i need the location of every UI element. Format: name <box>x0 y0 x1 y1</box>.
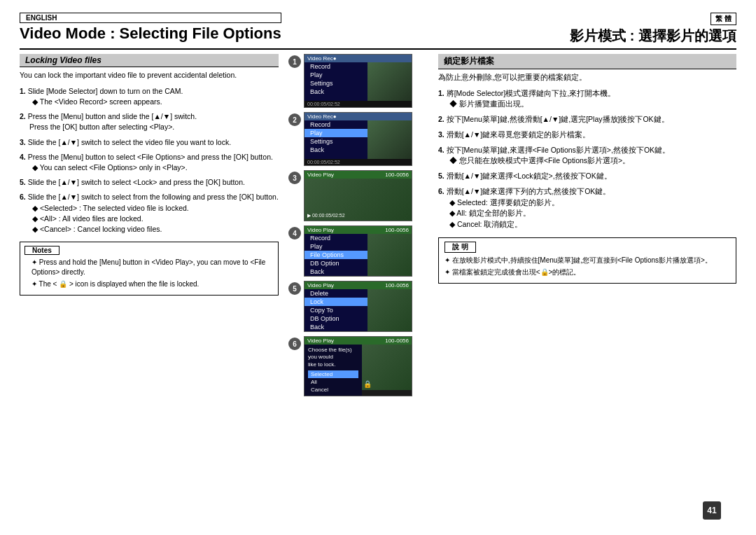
cn-step-text-2: 按下[Menu菜單]鍵,然後滑動[▲/▼]鍵,選完[Play播放]後按下OK鍵。 <box>447 115 669 123</box>
circle-2: 2 <box>288 113 301 126</box>
step-6-sub-1: ◆ <Selected> : The selected video file i… <box>32 203 279 214</box>
screen-6-area: Choose the file(s) you wouldlike to lock… <box>304 345 412 396</box>
screen-2-thumb <box>368 120 412 159</box>
circle-3: 3 <box>288 172 301 184</box>
screenshots-column: 1 Video Rec● Record Play Settings Back <box>288 54 428 522</box>
screen-1-thumb <box>368 62 412 101</box>
menu5-lock: Lock <box>304 298 368 306</box>
screen-4-title: Video Play 100-0056 <box>304 226 412 234</box>
cn-step-1: 1. 將[Mode Selector]模式選擇鍵向下拉,來打開本機。 ◆ 影片播… <box>438 88 736 111</box>
intro-text-cn: 為防止意外刪除,您可以把重要的檔案鎖定。 <box>438 72 736 83</box>
screen-3-title-text: Video Play <box>307 172 334 178</box>
screen-4-thumb <box>368 234 412 276</box>
screen-1-menu: Record Play Settings Back <box>304 62 368 101</box>
screen-1-time: 00:00:05/02:52 <box>307 102 340 106</box>
step-num-6: 6. <box>20 193 28 201</box>
menu2-record: Record <box>304 120 368 129</box>
menu5-dboption: DB Option <box>304 314 368 323</box>
steps-list-en: 1. Slide [Mode Selector] down to turn on… <box>20 86 279 235</box>
step-6: 6. Slide the [▲/▼] switch to select from… <box>20 192 279 235</box>
step-num-5: 5. <box>20 178 28 186</box>
step-text-1: Slide [Mode Selector] down to turn on th… <box>28 87 183 95</box>
cn-steps-list: 1. 將[Mode Selector]模式選擇鍵向下拉,來打開本機。 ◆ 影片播… <box>438 88 736 230</box>
step-3: 3. Slide the [▲/▼] switch to select the … <box>20 137 279 148</box>
main-content: Locking Video files You can lock the imp… <box>20 54 736 522</box>
step-num-2: 2. <box>20 112 28 120</box>
step-2-sub: Press the [OK] button after selecting <P… <box>29 122 279 132</box>
step-1: 1. Slide [Mode Selector] down to turn on… <box>20 86 279 107</box>
screen-2-title: Video Rec● <box>304 113 412 120</box>
menu6-cancel: Cancel <box>308 386 358 394</box>
screen-4-title-text: Video Play <box>307 227 334 233</box>
cn-step-text-3: 滑動[▲/▼]鍵來尋覓您要鎖定的影片檔案。 <box>447 130 591 139</box>
cn-step-6: 6. 滑動[▲/▼]鍵來選擇下列的方式,然後按下OK鍵。 ◆ Selected:… <box>438 186 736 230</box>
right-column: 鎖定影片檔案 為防止意外刪除,您可以把重要的檔案鎖定。 1. 將[Mode Se… <box>438 54 736 522</box>
lock-icon: 🔒 <box>363 380 372 388</box>
page-header: ENGLISH Video Mode : Selecting File Opti… <box>20 13 736 46</box>
screen-2-title-text: Video Rec● <box>307 113 337 120</box>
cn-step-num-6: 6. <box>438 187 447 195</box>
screen-2-time: 00:00:05/02:52 <box>307 160 340 165</box>
screen-5-title: Video Play 100-0056 <box>304 282 412 289</box>
circle-1: 1 <box>288 55 301 68</box>
menu4-record: Record <box>304 234 368 242</box>
screenshot-1: 1 Video Rec● Record Play Settings Back <box>288 54 428 108</box>
screen-5-file: 100-0056 <box>385 282 409 289</box>
menu6-all: All <box>308 378 358 386</box>
section-header-cn: 鎖定影片檔案 <box>438 54 736 69</box>
screenshot-5: 5 Video Play 100-0056 Delete Lock Copy T… <box>288 281 428 332</box>
step-5: 5. Slide the [▲/▼] switch to select <Loc… <box>20 177 279 188</box>
step-num-4: 4. <box>20 153 28 161</box>
step-text-2: Press the [Menu] button and slide the [▲… <box>28 112 197 120</box>
cn-step-text-1: 將[Mode Selector]模式選擇鍵向下拉,來打開本機。 <box>447 89 615 97</box>
chinese-badge: 繁 體 <box>710 13 736 25</box>
circle-4: 4 <box>288 227 301 239</box>
screen-5-title-text: Video Play <box>307 282 334 289</box>
screenshot-3: 3 Video Play 100-0056 ▶ 00:00:05/02:52 <box>288 170 428 221</box>
screen-1-bottom: 00:00:05/02:52 <box>304 101 412 107</box>
cn-step-4: 4. 按下[Menu菜單]鍵,來選擇<File Options影片選項>,然後按… <box>438 145 736 167</box>
screen-3-thumb: ▶ 00:00:05/02:52 <box>304 179 412 221</box>
section-header-en: Locking Video files <box>20 54 279 67</box>
cn-step-6-sub-3: ◆ Cancel: 取消鎖定。 <box>449 219 736 230</box>
notes-text-en: ✦ Press and hold the [Menu] button in <V… <box>26 258 272 289</box>
cn-step-num-1: 1. <box>438 89 447 97</box>
cn-step-6-sub-1: ◆ Selected: 選擇要鎖定的影片。 <box>449 197 736 209</box>
cn-step-1-sub: ◆ 影片播覽畫面出現。 <box>449 99 736 110</box>
menu6-selected: Selected <box>308 370 358 378</box>
cn-step-num-2: 2. <box>438 115 447 123</box>
screen-6-thumb: 🔒 <box>362 345 412 390</box>
menu4-play: Play <box>304 242 368 251</box>
title-divider <box>20 48 736 50</box>
menu5-delete: Delete <box>304 289 368 298</box>
cn-step-text-5: 滑動[▲/▼]鍵來選擇<Lock鎖定>,然後按下OK鍵。 <box>447 172 612 180</box>
step-text-4: Press the [Menu] button to select <File … <box>28 153 273 161</box>
screen-4-menu: Record Play File Options DB Option Back <box>304 234 368 276</box>
screen-1-title-text: Video Rec● <box>307 55 337 62</box>
page-container: ENGLISH Video Mode : Selecting File Opti… <box>0 0 756 535</box>
step-text-6: Slide the [▲/▼] switch to select from th… <box>28 193 279 201</box>
cn-step-text-4: 按下[Menu菜單]鍵,來選擇<File Options影片選項>,然後按下OK… <box>447 146 670 154</box>
screen-4-area: Record Play File Options DB Option Back <box>304 234 412 276</box>
step-6-sub-2: ◆ <All> : All video files are locked. <box>32 214 279 224</box>
cn-step-num-3: 3. <box>438 130 447 139</box>
screen-3-area: ▶ 00:00:05/02:52 <box>304 179 412 221</box>
menu5-back: Back <box>304 323 368 331</box>
step-text-3: Slide the [▲/▼] switch to select the vid… <box>28 138 231 146</box>
menu5-copyto: Copy To <box>304 306 368 314</box>
note-2: ✦ The < 🔒 > icon is displayed when the f… <box>31 279 272 289</box>
menu2-play: Play <box>304 129 368 137</box>
screen-6-prompt: Choose the file(s) you wouldlike to lock… <box>308 347 358 368</box>
screen-2-area: Record Play Settings Back <box>304 120 412 159</box>
screenshot-6: 6 Video Play 100-0056 Choose the file(s)… <box>288 336 428 396</box>
cn-note-1: ✦ 在放映影片模式中,持續按住[Menu菜單]鍵,您可直接到<File Opti… <box>444 256 730 265</box>
menu4-fileoptions: File Options <box>304 251 368 259</box>
screen-6-title: Video Play 100-0056 <box>304 337 412 345</box>
step-2: 2. Press the [Menu] button and slide the… <box>20 111 279 132</box>
step-1-sub: ◆ The <Video Record> screen appears. <box>32 97 279 107</box>
notes-box-en: Notes ✦ Press and hold the [Menu] button… <box>20 242 279 296</box>
screen-6-title-text: Video Play <box>307 338 334 344</box>
screenshot-2: 2 Video Rec● Record Play Settings Back <box>288 112 428 166</box>
menu-play: Play <box>304 71 368 79</box>
menu4-back: Back <box>304 268 368 276</box>
